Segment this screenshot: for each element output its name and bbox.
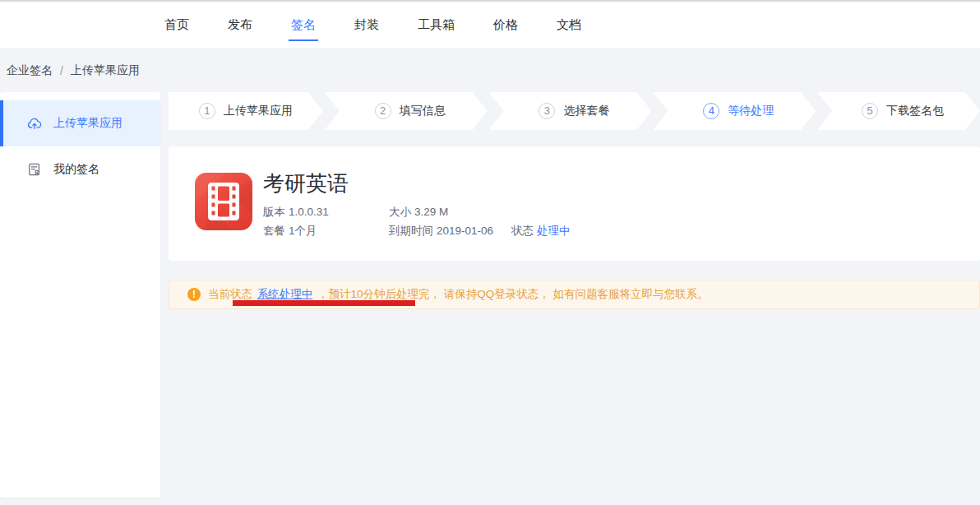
- nav-item-toolbox[interactable]: 工具箱: [418, 17, 455, 33]
- step-5-download-package: 5 下载签名包: [817, 92, 980, 130]
- sidebar-item-upload-apple-app[interactable]: 上传苹果应用: [0, 100, 160, 146]
- step-3-choose-plan: 3 选择套餐: [489, 92, 652, 130]
- field-plan: 套餐1个月: [263, 221, 389, 240]
- breadcrumb-item-upload-apple-app: 上传苹果应用: [71, 63, 140, 78]
- app-fields: 版本1.0.0.31 大小3.29 M 套餐1个月 到期时间2019-01-06…: [263, 202, 964, 240]
- cloud-upload-icon: [26, 115, 43, 132]
- step-number: 3: [539, 103, 555, 119]
- nav-item-docs[interactable]: 文档: [557, 17, 581, 33]
- warning-icon: !: [187, 288, 201, 301]
- step-1-upload-app: 1 上传苹果应用: [169, 92, 323, 130]
- page: 首页 发布 签名 封装 工具箱 价格 文档 企业签名 / 上传苹果应用 上传苹果…: [0, 0, 980, 505]
- field-size: 大小3.29 M: [389, 202, 511, 221]
- breadcrumb-item-enterprise-signature[interactable]: 企业签名: [7, 63, 53, 78]
- step-number: 1: [199, 103, 215, 119]
- app-name: 考研英语: [263, 169, 964, 197]
- system-processing-link[interactable]: 系统处理中: [257, 288, 313, 300]
- nav-item-package[interactable]: 封装: [354, 17, 379, 33]
- step-label: 等待处理: [728, 104, 774, 118]
- sidebar-item-label: 我的签名: [53, 162, 99, 177]
- step-number: 2: [375, 103, 391, 119]
- step-number: 5: [862, 103, 878, 119]
- field-expire-date: 到期时间2019-01-06: [389, 221, 511, 240]
- top-nav: 首页 发布 签名 封装 工具箱 价格 文档: [0, 0, 980, 49]
- signature-document-icon: [26, 161, 43, 178]
- app-info: 考研英语 版本1.0.0.31 大小3.29 M 套餐1个月 到期时间2019-…: [263, 169, 964, 240]
- field-status: 状态处理中: [511, 221, 964, 240]
- main-nav: 首页 发布 签名 封装 工具箱 价格 文档: [164, 2, 581, 49]
- step-number: 4: [703, 103, 719, 119]
- breadcrumb: 企业签名 / 上传苹果应用: [7, 50, 140, 91]
- step-label: 填写信息: [400, 104, 446, 118]
- nav-item-home[interactable]: 首页: [164, 17, 189, 33]
- step-4-waiting-process: 4 等待处理: [653, 92, 816, 130]
- red-underline-annotation: [233, 300, 415, 306]
- sidebar-item-my-signatures[interactable]: 我的签名: [0, 146, 160, 192]
- breadcrumb-separator: /: [60, 64, 63, 77]
- sidebar: 上传苹果应用 我的签名: [0, 92, 160, 498]
- step-2-fill-info: 2 填写信息: [325, 92, 488, 130]
- app-card: 考研英语 版本1.0.0.31 大小3.29 M 套餐1个月 到期时间2019-…: [169, 146, 980, 261]
- status-processing-link[interactable]: 处理中: [537, 225, 571, 237]
- nav-item-publish[interactable]: 发布: [228, 17, 252, 33]
- sidebar-item-label: 上传苹果应用: [53, 116, 122, 131]
- step-label: 上传苹果应用: [224, 104, 293, 118]
- notice-suffix: ，预计10分钟后处理完， 请保持QQ登录状态， 如有问题客服将立即与您联系。: [314, 288, 708, 300]
- step-label: 选择套餐: [563, 104, 609, 118]
- nav-item-signature[interactable]: 签名: [291, 17, 316, 33]
- notice-prefix: 当前状态: [208, 288, 256, 300]
- nav-item-price[interactable]: 价格: [493, 17, 518, 33]
- steps-bar: 1 上传苹果应用 2 填写信息 3 选择套餐 4 等待处理 5 下载签名包: [169, 92, 980, 130]
- film-app-icon: [195, 173, 252, 230]
- step-label: 下载签名包: [886, 104, 944, 118]
- field-version: 版本1.0.0.31: [263, 202, 389, 221]
